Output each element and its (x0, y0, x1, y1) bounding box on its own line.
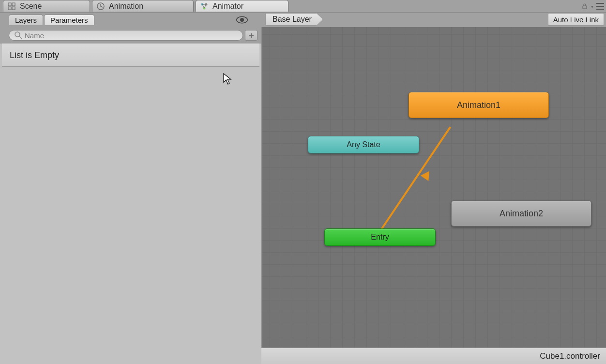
node-animation2-label: Animation2 (500, 209, 543, 219)
node-entry[interactable]: Entry (324, 228, 436, 246)
subtab-layers[interactable]: Layers (9, 15, 43, 25)
tab-animator[interactable]: Animator (196, 0, 288, 12)
lock-icon[interactable] (581, 3, 588, 10)
window-tools: ▾ (581, 2, 605, 11)
node-any-state[interactable]: Any State (308, 136, 419, 153)
scene-icon (7, 2, 16, 11)
subtab-parameters[interactable]: Parameters (44, 15, 94, 25)
status-controller-name: Cube1.controller (540, 351, 600, 361)
clock-icon (96, 2, 105, 11)
window-tabstrip: Scene Animation Animator ▾ (0, 0, 606, 13)
node-entry-label: Entry (371, 233, 389, 242)
panel-menu-icon[interactable] (596, 3, 605, 10)
svg-rect-4 (583, 6, 587, 9)
param-subtabs: Layers Parameters (9, 15, 95, 26)
auto-live-link-button[interactable]: Auto Live Link (548, 13, 604, 26)
subtab-parameters-label: Parameters (50, 16, 88, 24)
parameter-search[interactable] (9, 30, 243, 41)
parameter-search-input[interactable] (25, 31, 238, 40)
subtab-layers-label: Layers (15, 16, 37, 24)
node-animation2[interactable]: Animation2 (451, 200, 591, 227)
transition-arrowhead-icon (421, 168, 434, 181)
tab-animation[interactable]: Animation (92, 0, 194, 12)
state-machine-graph[interactable]: Any State Animation1 Animation2 Entry (262, 27, 606, 348)
search-icon (14, 31, 23, 40)
parameter-list-empty: List is Empty (2, 44, 259, 67)
animator-toolbar: Layers Parameters Base Layer Auto Live L… (0, 13, 606, 26)
visibility-toggle[interactable] (227, 15, 257, 25)
parameters-panel: List is Empty (0, 44, 261, 364)
plus-icon: ＋ (247, 30, 256, 41)
tab-animator-label: Animator (212, 2, 243, 11)
add-parameter-button[interactable]: ＋ (245, 30, 258, 41)
parameter-list-empty-label: List is Empty (10, 50, 59, 61)
tab-scene-label: Scene (20, 2, 42, 11)
tab-animation-label: Animation (109, 2, 143, 11)
node-animation1-label: Animation1 (457, 100, 500, 110)
auto-live-link-label: Auto Live Link (553, 15, 599, 24)
animator-icon (200, 2, 209, 11)
tab-scene[interactable]: Scene (3, 0, 90, 12)
breadcrumb-label: Base Layer (273, 15, 312, 24)
node-any-state-label: Any State (347, 140, 380, 149)
svg-point-7 (15, 32, 20, 37)
eye-icon (235, 15, 249, 24)
breadcrumb-base-layer[interactable]: Base Layer (265, 13, 323, 26)
node-animation1[interactable]: Animation1 (409, 92, 549, 118)
dropdown-caret-icon[interactable]: ▾ (591, 4, 593, 9)
status-bar: Cube1.controller (261, 348, 606, 364)
svg-point-6 (240, 18, 244, 22)
parameter-search-row: ＋ (9, 28, 258, 43)
